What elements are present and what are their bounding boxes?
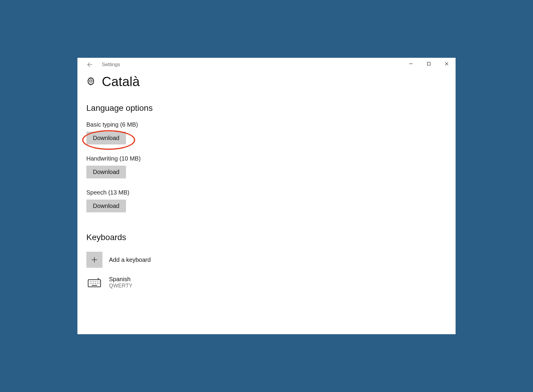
app-title: Settings <box>102 62 120 68</box>
language-options-heading: Language options <box>86 103 447 113</box>
window-controls <box>402 58 456 70</box>
svg-point-5 <box>90 80 92 82</box>
back-arrow-icon <box>86 61 93 68</box>
minimize-icon <box>409 62 413 66</box>
plus-icon <box>91 256 98 263</box>
titlebar: Settings <box>77 58 456 71</box>
keyboard-layout: QWERTY <box>109 283 133 289</box>
gear-icon <box>86 77 95 87</box>
download-handwriting-button[interactable]: Download <box>86 166 126 178</box>
svg-rect-2 <box>427 62 430 65</box>
keyboard-name: Spanish <box>109 276 133 283</box>
add-keyboard-label: Add a keyboard <box>109 256 151 263</box>
back-button[interactable] <box>83 59 95 71</box>
option-label: Handwriting (10 MB) <box>86 155 447 162</box>
download-basic-typing-button[interactable]: Download <box>86 132 126 144</box>
keyboards-heading: Keyboards <box>86 233 447 242</box>
close-button[interactable] <box>438 58 456 70</box>
option-handwriting: Handwriting (10 MB) Download <box>86 155 447 178</box>
maximize-button[interactable] <box>420 58 438 70</box>
keyboard-icon <box>86 274 102 290</box>
settings-window: Settings <box>77 58 456 334</box>
page-title: Català <box>102 74 140 89</box>
content-area: Català Language options Basic typing (6 … <box>77 71 456 334</box>
keyboard-text: Spanish QWERTY <box>109 276 133 289</box>
page-heading-row: Català <box>86 74 447 89</box>
keyboard-item-spanish[interactable]: Spanish QWERTY <box>86 274 447 290</box>
option-label: Basic typing (6 MB) <box>86 121 447 128</box>
close-icon <box>445 62 449 66</box>
add-keyboard-button[interactable] <box>86 252 102 268</box>
option-label: Speech (13 MB) <box>86 189 447 196</box>
add-keyboard-row[interactable]: Add a keyboard <box>86 252 447 268</box>
maximize-icon <box>427 62 431 66</box>
option-basic-typing: Basic typing (6 MB) Download <box>86 121 447 144</box>
download-speech-button[interactable]: Download <box>86 200 126 212</box>
minimize-button[interactable] <box>402 58 420 70</box>
option-speech: Speech (13 MB) Download <box>86 189 447 212</box>
